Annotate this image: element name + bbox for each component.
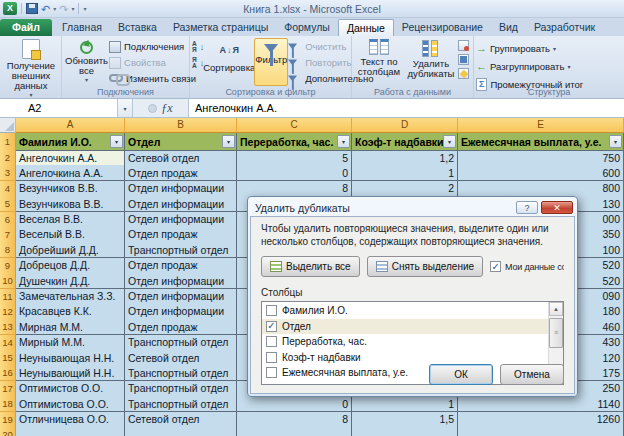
filter-dropdown-icon[interactable]: ▾ bbox=[110, 135, 123, 148]
column-header-E[interactable]: E bbox=[458, 118, 624, 133]
column-list-item[interactable]: Переработка, час. bbox=[262, 334, 548, 350]
formula-input[interactable]: Ангелочкин А.А. bbox=[189, 99, 624, 117]
column-header-C[interactable]: C bbox=[237, 118, 352, 133]
cell-E3[interactable]: 600 bbox=[458, 165, 624, 181]
tab-вставка[interactable]: Вставка bbox=[110, 19, 165, 36]
tab-файл[interactable]: Файл bbox=[0, 19, 52, 36]
cell-B7[interactable]: Отдел продаж bbox=[125, 227, 237, 243]
checkbox-icon[interactable] bbox=[266, 367, 277, 378]
select-all-button[interactable]: Выделить все bbox=[261, 256, 360, 277]
row-header-5[interactable]: 5 bbox=[0, 196, 16, 212]
insert-function-icon[interactable]: ƒx bbox=[161, 101, 172, 116]
consolidate-icon[interactable] bbox=[458, 54, 469, 65]
text-to-columns-button[interactable]: Текст по столбцам bbox=[354, 38, 404, 86]
cell-A6[interactable]: Веселая В.В. bbox=[16, 212, 125, 228]
cell-C3[interactable]: 0 bbox=[237, 165, 352, 181]
row-header-16[interactable]: 16 bbox=[0, 365, 16, 381]
row-header-4[interactable]: 4 bbox=[0, 181, 16, 197]
row-header-3[interactable]: 3 bbox=[0, 165, 16, 181]
checkbox-icon[interactable] bbox=[266, 352, 277, 363]
ungroup-button[interactable]: ← Разгруппировать ▾ bbox=[476, 58, 623, 74]
redo-dropdown-icon[interactable]: ▾ bbox=[71, 5, 74, 12]
redo-button[interactable]: ↷ bbox=[59, 3, 68, 15]
edit-links-button[interactable]: Изменить связи bbox=[109, 70, 196, 86]
cell-D4[interactable]: 2 bbox=[352, 181, 458, 197]
row-header-12[interactable]: 12 bbox=[0, 304, 16, 320]
cell-B3[interactable]: Отдел продаж bbox=[125, 165, 237, 181]
cell-A8[interactable]: Добрейший Д.Д. bbox=[16, 242, 125, 258]
cell-E2[interactable]: 750 bbox=[458, 150, 624, 166]
dialog-help-button[interactable]: ? bbox=[516, 201, 538, 214]
filter-dropdown-icon[interactable]: ▾ bbox=[609, 135, 622, 148]
name-box[interactable]: A2 bbox=[0, 99, 118, 117]
checkbox-icon[interactable]: ✓ bbox=[266, 321, 277, 332]
cell-C18[interactable]: 0 bbox=[237, 396, 352, 412]
cell-E19[interactable]: 1260 bbox=[458, 412, 624, 428]
cell-A14[interactable]: Мирный М.М. bbox=[16, 335, 125, 351]
cell-C20[interactable] bbox=[237, 427, 352, 436]
customize-qat-icon[interactable]: ▾ bbox=[83, 5, 86, 12]
row-header-8[interactable]: 8 bbox=[0, 242, 16, 258]
cell-C19[interactable]: 8 bbox=[237, 412, 352, 428]
row-header-6[interactable]: 6 bbox=[0, 212, 16, 228]
tab-разработчик[interactable]: Разработчик bbox=[526, 19, 603, 36]
cell-A16[interactable]: Неунывающий Н.Н. bbox=[16, 365, 125, 381]
cell-B19[interactable]: Сетевой отдел bbox=[125, 412, 237, 428]
row-header-17[interactable]: 17 bbox=[0, 381, 16, 397]
get-external-data-button[interactable]: Получение внешних данных ▾ bbox=[2, 38, 60, 99]
cell-B4[interactable]: Отдел информации bbox=[125, 181, 237, 197]
name-box-dropdown-icon[interactable]: ▾ bbox=[118, 99, 133, 117]
filter-dropdown-icon[interactable]: ▾ bbox=[337, 135, 350, 148]
tab-данные[interactable]: Данные bbox=[338, 19, 394, 36]
cell-B13[interactable]: Отдел продаж bbox=[125, 319, 237, 335]
connections-button[interactable]: Подключения bbox=[109, 39, 196, 55]
sort-ascending-button[interactable]: АЯ ↓ bbox=[192, 39, 204, 55]
cell-A11[interactable]: Замечательная З.З. bbox=[16, 289, 125, 305]
cell-C2[interactable]: 5 bbox=[237, 150, 352, 166]
cell-B18[interactable]: Транспортный отдел bbox=[125, 396, 237, 412]
cell-D20[interactable] bbox=[352, 427, 458, 436]
cell-B8[interactable]: Транспортный отдел bbox=[125, 242, 237, 258]
cell-A2[interactable]: Ангелочкин А.А. bbox=[16, 150, 125, 166]
row-header-7[interactable]: 7 bbox=[0, 227, 16, 243]
cell-B6[interactable]: Отдел информации bbox=[125, 212, 237, 228]
tab-рецензирование[interactable]: Рецензирование bbox=[394, 19, 491, 36]
cell-D3[interactable]: 1 bbox=[352, 165, 458, 181]
tab-разметка-страницы[interactable]: Разметка страницы bbox=[165, 19, 276, 36]
column-header-D[interactable]: D bbox=[352, 118, 458, 133]
cell-B16[interactable]: Транспортный отдел bbox=[125, 365, 237, 381]
cell-E18[interactable]: 1140 bbox=[458, 396, 624, 412]
cell-D19[interactable]: 1,5 bbox=[352, 412, 458, 428]
cell-A20[interactable] bbox=[16, 427, 125, 436]
cell-D18[interactable]: 1 bbox=[352, 396, 458, 412]
undo-button[interactable]: ↶ bbox=[41, 3, 50, 15]
cell-D2[interactable]: 1,2 bbox=[352, 150, 458, 166]
checkbox-icon[interactable] bbox=[266, 336, 277, 347]
cell-B14[interactable]: Транспортный отдел bbox=[125, 335, 237, 351]
cell-B11[interactable]: Отдел информации bbox=[125, 289, 237, 305]
cell-A18[interactable]: Оптимистова О.О. bbox=[16, 396, 125, 412]
cell-B15[interactable]: Сетевой отдел bbox=[125, 350, 237, 366]
row-header-13[interactable]: 13 bbox=[0, 319, 16, 335]
undo-dropdown-icon[interactable]: ▾ bbox=[53, 5, 56, 12]
tab-главная[interactable]: Главная bbox=[54, 19, 110, 36]
cell-A7[interactable]: Веселый В.В. bbox=[16, 227, 125, 243]
sort-button[interactable]: А↓Я Сортировка bbox=[204, 38, 254, 86]
row-header-1[interactable]: 1 bbox=[0, 133, 16, 151]
scroll-up-icon[interactable]: ▲ bbox=[549, 302, 563, 316]
cell-A15[interactable]: Неунывающая Н.Н. bbox=[16, 350, 125, 366]
tab-вид[interactable]: Вид bbox=[491, 19, 526, 36]
unselect-all-button[interactable]: Снять выделение bbox=[367, 256, 483, 277]
cell-B5[interactable]: Отдел информации bbox=[125, 196, 237, 212]
remove-duplicates-button[interactable]: Удалить дубликаты bbox=[404, 38, 458, 86]
cell-A12[interactable]: Красавцев К.К. bbox=[16, 304, 125, 320]
group-button[interactable]: → Группировать ▾ bbox=[476, 40, 623, 56]
cell-C4[interactable]: 8 bbox=[237, 181, 352, 197]
row-header-10[interactable]: 10 bbox=[0, 273, 16, 289]
row-header-19[interactable]: 19 bbox=[0, 412, 16, 428]
scrollbar-track[interactable]: ≡ bbox=[549, 316, 563, 370]
row-header-20[interactable]: 20 bbox=[0, 427, 16, 436]
cell-A4[interactable]: Везунчиков В.В. bbox=[16, 181, 125, 197]
dialog-title-bar[interactable]: Удалить дубликаты ? ✕ bbox=[250, 199, 575, 216]
cell-E20[interactable] bbox=[458, 427, 624, 436]
